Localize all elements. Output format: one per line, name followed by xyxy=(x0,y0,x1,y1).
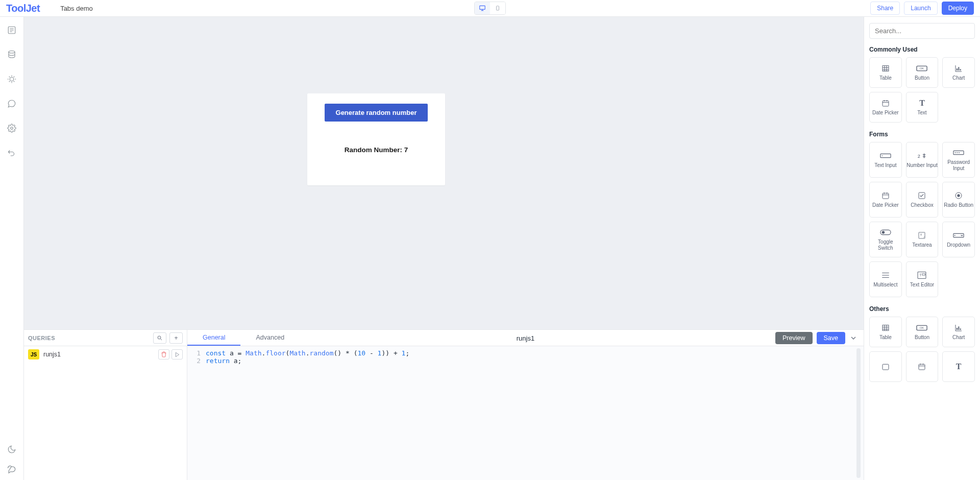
inspect-icon[interactable] xyxy=(7,25,17,35)
generate-button[interactable]: Generate random number xyxy=(325,104,428,122)
tab-general[interactable]: General xyxy=(187,330,240,346)
container-widget[interactable]: Generate random number Random Number: 7 xyxy=(307,93,445,185)
svg-point-5 xyxy=(10,77,14,81)
component-text[interactable]: TText xyxy=(906,92,939,123)
component-chart-2[interactable]: Chart xyxy=(942,317,975,347)
component-extra-1[interactable] xyxy=(869,351,902,382)
queries-panel: QUERIES + JS runjs1 Gene xyxy=(24,329,864,480)
component-chart[interactable]: Chart xyxy=(942,57,975,88)
deploy-button[interactable]: Deploy xyxy=(942,2,974,15)
component-number-input[interactable]: 2Number Input xyxy=(906,142,939,178)
svg-rect-8 xyxy=(883,66,889,71)
share-button[interactable]: Share xyxy=(870,2,900,15)
line-number: 2 xyxy=(187,357,206,365)
svg-text:T: T xyxy=(920,273,922,277)
chevron-down-icon xyxy=(849,334,857,342)
component-button-2[interactable]: OKButton xyxy=(906,317,939,347)
svg-text:OK: OK xyxy=(920,67,924,70)
datasources-icon[interactable] xyxy=(7,50,17,60)
multiselect-icon xyxy=(880,271,891,280)
svg-point-24 xyxy=(957,194,960,197)
component-text-editor[interactable]: TText Editor xyxy=(906,261,939,297)
svg-rect-12 xyxy=(958,67,959,70)
trash-icon xyxy=(161,351,167,357)
component-extra-3[interactable]: T xyxy=(942,351,975,382)
add-query-button[interactable]: + xyxy=(169,332,183,344)
svg-rect-13 xyxy=(960,69,961,70)
query-name: runjs1 xyxy=(43,351,61,358)
svg-point-18 xyxy=(955,152,956,153)
code-editor[interactable]: 1const a = Math.floor(Math.random() * (1… xyxy=(187,346,864,480)
desktop-device-button[interactable] xyxy=(475,2,490,14)
component-button[interactable]: OKButton xyxy=(906,57,939,88)
svg-point-19 xyxy=(957,152,958,153)
svg-point-7 xyxy=(158,336,161,339)
component-extra-2[interactable] xyxy=(906,351,939,382)
svg-point-26 xyxy=(881,231,885,234)
queries-title: QUERIES xyxy=(28,335,55,341)
tab-advanced[interactable]: Advanced xyxy=(240,330,300,346)
button-icon: OK xyxy=(916,323,927,332)
component-textarea[interactable]: TTextarea xyxy=(906,222,939,257)
svg-rect-38 xyxy=(958,326,959,330)
text-icon: T xyxy=(953,362,964,371)
component-password-input[interactable]: Password Input xyxy=(942,142,975,178)
chart-icon xyxy=(953,323,964,332)
chart-icon xyxy=(953,64,964,73)
query-name-input[interactable]: runjs1 xyxy=(517,330,534,346)
editor-tabs: General Advanced runjs1 Preview Save xyxy=(187,330,864,346)
component-text-input[interactable]: Text Input xyxy=(869,142,902,178)
dark-mode-toggle[interactable] xyxy=(7,444,17,454)
mobile-device-button[interactable] xyxy=(490,2,505,14)
svg-point-30 xyxy=(954,235,955,236)
component-multiselect[interactable]: Multiselect xyxy=(869,261,902,297)
collapse-editor-button[interactable] xyxy=(849,334,857,342)
component-table[interactable]: Table xyxy=(869,57,902,88)
mobile-icon xyxy=(495,5,500,12)
save-button[interactable]: Save xyxy=(817,332,846,344)
svg-rect-0 xyxy=(480,6,485,9)
js-badge: JS xyxy=(28,349,39,359)
random-number-value: 7 xyxy=(404,146,408,154)
canvas-area: Generate random number Random Number: 7 … xyxy=(24,17,864,480)
toggle-icon xyxy=(880,228,891,237)
run-query-button[interactable] xyxy=(172,349,183,359)
dropdown-icon xyxy=(953,231,964,240)
component-dropdown[interactable]: Dropdown xyxy=(942,222,975,257)
component-toggle-switch[interactable]: Toggle Switch xyxy=(869,222,902,257)
svg-rect-14 xyxy=(883,101,889,106)
code-scrollbar[interactable] xyxy=(856,348,861,478)
component-checkbox[interactable]: Checkbox xyxy=(906,182,939,218)
svg-rect-21 xyxy=(883,193,889,199)
chat-icon[interactable] xyxy=(7,465,17,475)
calendar-icon xyxy=(880,99,891,108)
component-radio-button[interactable]: Radio Button xyxy=(942,182,975,218)
section-others: Others xyxy=(869,305,975,313)
search-icon xyxy=(157,335,163,341)
preview-button[interactable]: Preview xyxy=(775,332,812,344)
component-search-input[interactable] xyxy=(869,23,975,39)
tooljet-logo: ToolJet xyxy=(6,3,40,14)
svg-rect-37 xyxy=(957,328,958,330)
debug-icon[interactable] xyxy=(7,74,17,84)
monitor-icon xyxy=(479,5,486,12)
search-queries-button[interactable] xyxy=(153,332,166,344)
comments-icon[interactable] xyxy=(7,99,17,109)
delete-query-button[interactable] xyxy=(158,349,169,359)
component-date-picker-2[interactable]: Date Picker xyxy=(869,182,902,218)
component-table-2[interactable]: Table xyxy=(869,317,902,347)
launch-button[interactable]: Launch xyxy=(904,2,937,15)
calendar-icon xyxy=(880,362,891,371)
left-rail xyxy=(0,17,24,480)
text-input-icon xyxy=(880,151,891,160)
section-commonly-used: Commonly Used xyxy=(869,46,975,53)
settings-icon[interactable] xyxy=(7,123,17,133)
svg-rect-39 xyxy=(960,328,961,330)
button-icon: OK xyxy=(916,64,927,73)
undo-icon[interactable] xyxy=(7,148,17,158)
canvas[interactable]: Generate random number Random Number: 7 xyxy=(24,17,864,329)
component-date-picker[interactable]: Date Picker xyxy=(869,92,902,123)
random-number-text: Random Number: 7 xyxy=(345,146,408,154)
code-line-1: const a = Math.floor(Math.random() * (10… xyxy=(206,349,409,357)
query-row[interactable]: JS runjs1 xyxy=(24,346,187,363)
